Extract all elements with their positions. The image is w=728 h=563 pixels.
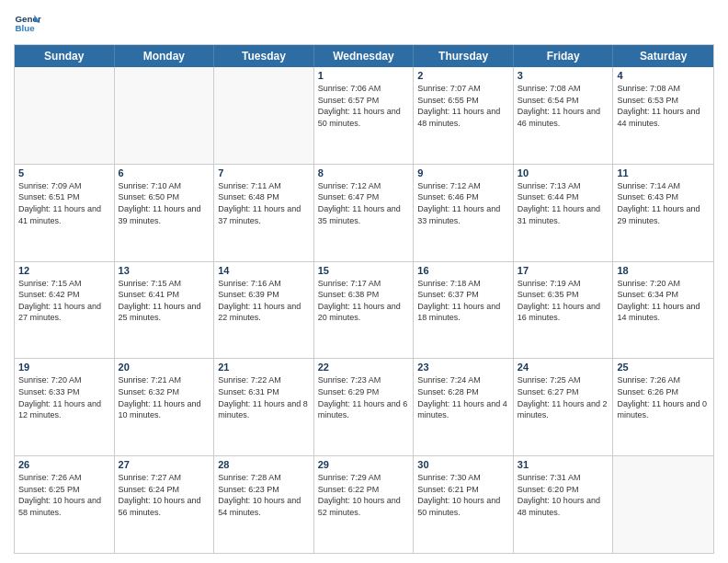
calendar-cell: 8Sunrise: 7:12 AM Sunset: 6:47 PM Daylig… <box>314 165 415 261</box>
calendar-row-4: 26Sunrise: 7:26 AM Sunset: 6:25 PM Dayli… <box>15 456 713 553</box>
calendar-cell <box>214 67 314 164</box>
header-cell-wednesday: Wednesday <box>314 45 415 67</box>
calendar-cell <box>15 67 115 164</box>
day-info: Sunrise: 7:20 AM Sunset: 6:33 PM Dayligh… <box>18 374 110 420</box>
day-info: Sunrise: 7:17 AM Sunset: 6:38 PM Dayligh… <box>318 278 410 324</box>
day-number: 11 <box>617 167 710 178</box>
calendar-cell: 19Sunrise: 7:20 AM Sunset: 6:33 PM Dayli… <box>15 359 115 455</box>
day-number: 5 <box>18 167 110 178</box>
calendar-cell: 28Sunrise: 7:28 AM Sunset: 6:23 PM Dayli… <box>214 456 314 553</box>
day-info: Sunrise: 7:25 AM Sunset: 6:27 PM Dayligh… <box>518 374 609 420</box>
day-number: 20 <box>119 362 210 373</box>
day-info: Sunrise: 7:26 AM Sunset: 6:25 PM Dayligh… <box>18 472 110 518</box>
day-number: 12 <box>18 265 110 276</box>
day-info: Sunrise: 7:28 AM Sunset: 6:23 PM Dayligh… <box>218 472 310 518</box>
calendar-cell: 29Sunrise: 7:29 AM Sunset: 6:22 PM Dayli… <box>314 456 415 553</box>
day-number: 19 <box>18 362 110 373</box>
logo: General Blue <box>14 9 41 37</box>
calendar-cell <box>613 456 713 553</box>
calendar-cell: 26Sunrise: 7:26 AM Sunset: 6:25 PM Dayli… <box>15 456 115 553</box>
calendar-cell: 24Sunrise: 7:25 AM Sunset: 6:27 PM Dayli… <box>514 359 614 455</box>
calendar-row-1: 5Sunrise: 7:09 AM Sunset: 6:51 PM Daylig… <box>15 165 713 262</box>
day-info: Sunrise: 7:09 AM Sunset: 6:51 PM Dayligh… <box>18 180 110 226</box>
calendar-header: SundayMondayTuesdayWednesdayThursdayFrid… <box>15 45 713 67</box>
day-info: Sunrise: 7:21 AM Sunset: 6:32 PM Dayligh… <box>119 374 210 420</box>
day-number: 3 <box>518 70 609 81</box>
header-cell-saturday: Saturday <box>613 45 713 67</box>
day-info: Sunrise: 7:20 AM Sunset: 6:34 PM Dayligh… <box>617 278 710 324</box>
day-number: 23 <box>417 362 509 373</box>
day-number: 4 <box>617 70 710 81</box>
day-info: Sunrise: 7:14 AM Sunset: 6:43 PM Dayligh… <box>617 180 710 226</box>
day-number: 24 <box>518 362 609 373</box>
day-info: Sunrise: 7:18 AM Sunset: 6:37 PM Dayligh… <box>417 278 509 324</box>
calendar-cell: 9Sunrise: 7:12 AM Sunset: 6:46 PM Daylig… <box>414 165 514 261</box>
calendar-cell: 11Sunrise: 7:14 AM Sunset: 6:43 PM Dayli… <box>613 165 713 261</box>
calendar-cell <box>115 67 215 164</box>
calendar-body: 1Sunrise: 7:06 AM Sunset: 6:57 PM Daylig… <box>15 67 713 553</box>
calendar: SundayMondayTuesdayWednesdayThursdayFrid… <box>14 44 714 554</box>
calendar-row-2: 12Sunrise: 7:15 AM Sunset: 6:42 PM Dayli… <box>15 262 713 360</box>
day-info: Sunrise: 7:16 AM Sunset: 6:39 PM Dayligh… <box>218 278 310 324</box>
day-info: Sunrise: 7:24 AM Sunset: 6:28 PM Dayligh… <box>417 374 509 420</box>
day-number: 26 <box>18 459 110 470</box>
day-info: Sunrise: 7:13 AM Sunset: 6:44 PM Dayligh… <box>518 180 609 226</box>
header-cell-thursday: Thursday <box>414 45 514 67</box>
calendar-cell: 18Sunrise: 7:20 AM Sunset: 6:34 PM Dayli… <box>613 262 713 359</box>
calendar-cell: 23Sunrise: 7:24 AM Sunset: 6:28 PM Dayli… <box>414 359 514 455</box>
day-info: Sunrise: 7:08 AM Sunset: 6:53 PM Dayligh… <box>617 83 710 129</box>
day-number: 31 <box>518 459 609 470</box>
day-info: Sunrise: 7:26 AM Sunset: 6:26 PM Dayligh… <box>617 374 710 420</box>
calendar-cell: 20Sunrise: 7:21 AM Sunset: 6:32 PM Dayli… <box>115 359 215 455</box>
calendar-row-0: 1Sunrise: 7:06 AM Sunset: 6:57 PM Daylig… <box>15 67 713 165</box>
header-cell-sunday: Sunday <box>15 45 115 67</box>
day-info: Sunrise: 7:12 AM Sunset: 6:47 PM Dayligh… <box>318 180 410 226</box>
day-number: 6 <box>119 167 210 178</box>
calendar-cell: 30Sunrise: 7:30 AM Sunset: 6:21 PM Dayli… <box>414 456 514 553</box>
day-info: Sunrise: 7:23 AM Sunset: 6:29 PM Dayligh… <box>318 374 410 420</box>
day-number: 30 <box>417 459 509 470</box>
day-number: 17 <box>518 265 609 276</box>
day-info: Sunrise: 7:22 AM Sunset: 6:31 PM Dayligh… <box>218 374 310 420</box>
day-info: Sunrise: 7:10 AM Sunset: 6:50 PM Dayligh… <box>119 180 210 226</box>
header-cell-tuesday: Tuesday <box>214 45 314 67</box>
calendar-cell: 15Sunrise: 7:17 AM Sunset: 6:38 PM Dayli… <box>314 262 415 359</box>
day-number: 8 <box>318 167 410 178</box>
day-number: 13 <box>119 265 210 276</box>
page: General Blue SundayMondayTuesdayWednesda… <box>0 0 728 563</box>
day-number: 29 <box>318 459 410 470</box>
header: General Blue <box>14 9 714 37</box>
day-number: 21 <box>218 362 310 373</box>
day-number: 7 <box>218 167 310 178</box>
day-info: Sunrise: 7:15 AM Sunset: 6:42 PM Dayligh… <box>18 278 110 324</box>
day-info: Sunrise: 7:08 AM Sunset: 6:54 PM Dayligh… <box>518 83 609 129</box>
day-number: 27 <box>119 459 210 470</box>
calendar-cell: 31Sunrise: 7:31 AM Sunset: 6:20 PM Dayli… <box>514 456 614 553</box>
calendar-cell: 21Sunrise: 7:22 AM Sunset: 6:31 PM Dayli… <box>214 359 314 455</box>
day-number: 15 <box>318 265 410 276</box>
calendar-cell: 6Sunrise: 7:10 AM Sunset: 6:50 PM Daylig… <box>115 165 215 261</box>
svg-text:Blue: Blue <box>16 23 36 33</box>
logo-icon: General Blue <box>14 9 41 37</box>
header-cell-monday: Monday <box>115 45 215 67</box>
calendar-cell: 16Sunrise: 7:18 AM Sunset: 6:37 PM Dayli… <box>414 262 514 359</box>
day-number: 10 <box>518 167 609 178</box>
calendar-cell: 14Sunrise: 7:16 AM Sunset: 6:39 PM Dayli… <box>214 262 314 359</box>
day-number: 22 <box>318 362 410 373</box>
day-number: 28 <box>218 459 310 470</box>
calendar-cell: 1Sunrise: 7:06 AM Sunset: 6:57 PM Daylig… <box>314 67 415 164</box>
calendar-cell: 7Sunrise: 7:11 AM Sunset: 6:48 PM Daylig… <box>214 165 314 261</box>
calendar-cell: 22Sunrise: 7:23 AM Sunset: 6:29 PM Dayli… <box>314 359 415 455</box>
header-cell-friday: Friday <box>514 45 614 67</box>
day-number: 18 <box>617 265 710 276</box>
calendar-row-3: 19Sunrise: 7:20 AM Sunset: 6:33 PM Dayli… <box>15 359 713 456</box>
day-number: 16 <box>417 265 509 276</box>
day-info: Sunrise: 7:30 AM Sunset: 6:21 PM Dayligh… <box>417 472 509 518</box>
day-info: Sunrise: 7:29 AM Sunset: 6:22 PM Dayligh… <box>318 472 410 518</box>
day-info: Sunrise: 7:06 AM Sunset: 6:57 PM Dayligh… <box>318 83 410 129</box>
day-number: 25 <box>617 362 710 373</box>
calendar-cell: 27Sunrise: 7:27 AM Sunset: 6:24 PM Dayli… <box>115 456 215 553</box>
calendar-cell: 5Sunrise: 7:09 AM Sunset: 6:51 PM Daylig… <box>15 165 115 261</box>
day-info: Sunrise: 7:11 AM Sunset: 6:48 PM Dayligh… <box>218 180 310 226</box>
calendar-cell: 10Sunrise: 7:13 AM Sunset: 6:44 PM Dayli… <box>514 165 614 261</box>
